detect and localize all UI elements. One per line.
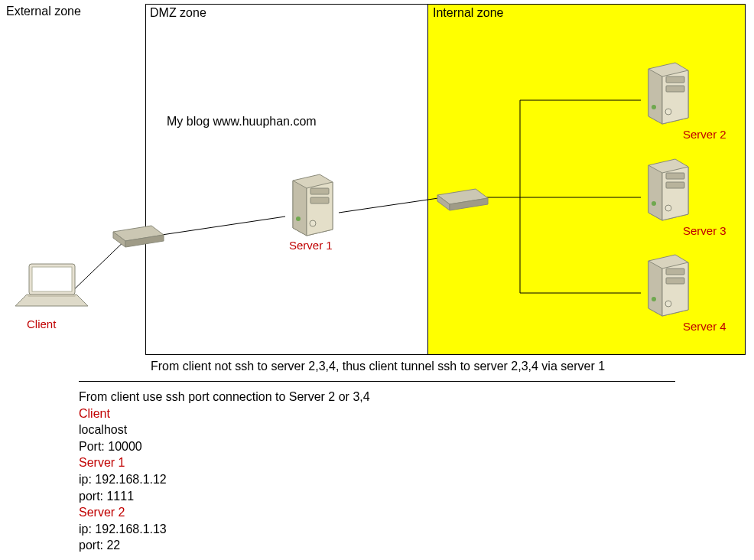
info-client-heading: Client: [79, 405, 675, 422]
svg-line-0: [69, 236, 130, 295]
info-server1-port: port: 1111: [79, 488, 675, 505]
dmz-zone-label: DMZ zone: [150, 6, 206, 20]
info-server2-port: port: 22: [79, 537, 675, 554]
blog-text: My blog www.huuphan.com: [167, 115, 317, 129]
connection-info-block: From client use ssh port connection to S…: [79, 389, 675, 554]
info-server2-ip: ip: 192.168.1.13: [79, 521, 675, 538]
external-zone-label: External zone: [6, 5, 81, 18]
info-client-port: Port: 10000: [79, 438, 675, 455]
server2-label: Server 2: [683, 128, 726, 141]
info-client-host: localhost: [79, 422, 675, 438]
info-server1-heading: Server 1: [79, 454, 675, 471]
internal-zone-label: Internal zone: [433, 6, 504, 20]
info-title: From client use ssh port connection to S…: [79, 389, 675, 405]
diagram-caption: From client not ssh to server 2,3,4, thu…: [151, 360, 605, 373]
info-server2-heading: Server 2: [79, 504, 675, 521]
server1-label: Server 1: [289, 239, 333, 252]
server3-label: Server 3: [683, 224, 726, 237]
dmz-zone-box: [145, 4, 428, 355]
divider-line: [79, 381, 675, 382]
server4-label: Server 4: [683, 320, 726, 333]
laptop-icon: [15, 264, 88, 306]
client-label: Client: [27, 317, 56, 330]
svg-rect-9: [32, 267, 72, 291]
internal-zone-box: [427, 4, 746, 355]
svg-rect-8: [29, 264, 75, 295]
info-server1-ip: ip: 192.168.1.12: [79, 471, 675, 488]
